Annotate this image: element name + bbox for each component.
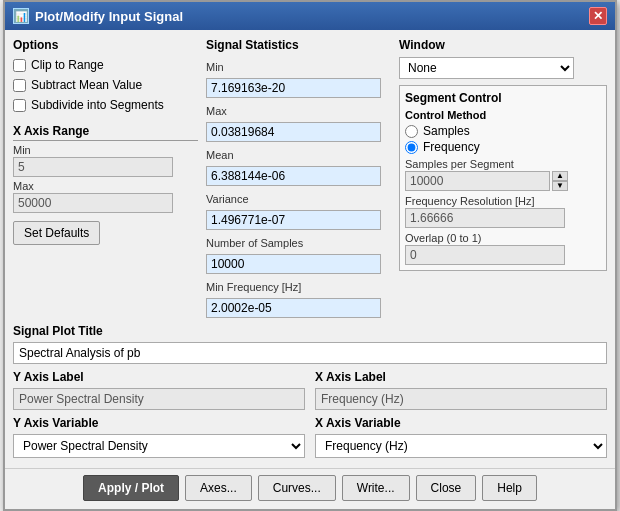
stat-max-label: Max: [206, 105, 391, 117]
xrange-min-label: Min: [13, 144, 198, 156]
signal-plot-title-input[interactable]: [13, 342, 607, 364]
samples-per-seg-input[interactable]: [405, 171, 550, 191]
stat-numsamples-input[interactable]: [206, 254, 381, 274]
top-section: Options Clip to Range Subtract Mean Valu…: [13, 38, 607, 318]
xrange-min-input[interactable]: [13, 157, 173, 177]
signal-stats-title: Signal Statistics: [206, 38, 391, 52]
x-axis-label-input[interactable]: [315, 388, 607, 410]
samples-up-btn[interactable]: ▲: [552, 171, 568, 181]
button-bar: Apply / Plot Axes... Curves... Write... …: [5, 468, 615, 509]
frequency-radio-label: Frequency: [423, 140, 480, 154]
x-axis-var-select[interactable]: Frequency (Hz) Period (s): [315, 434, 607, 458]
curves-button[interactable]: Curves...: [258, 475, 336, 501]
axes-button[interactable]: Axes...: [185, 475, 252, 501]
stat-minfreq-label: Min Frequency [Hz]: [206, 281, 391, 293]
y-axis-label-input[interactable]: [13, 388, 305, 410]
signal-plot-title-section: Signal Plot Title: [13, 324, 607, 364]
clip-to-range-row[interactable]: Clip to Range: [13, 58, 198, 72]
close-icon[interactable]: ✕: [589, 7, 607, 25]
xrange-max-label: Max: [13, 180, 198, 192]
overlap-label: Overlap (0 to 1): [405, 232, 601, 244]
stat-min-input[interactable]: [206, 78, 381, 98]
signal-plot-title-label: Signal Plot Title: [13, 324, 607, 338]
y-axis-var-select[interactable]: Power Spectral Density Amplitude Phase: [13, 434, 305, 458]
stat-max-input[interactable]: [206, 122, 381, 142]
apply-plot-button[interactable]: Apply / Plot: [83, 475, 179, 501]
samples-radio[interactable]: [405, 125, 418, 138]
axis-variables-row: Y Axis Variable Power Spectral Density A…: [13, 416, 607, 458]
x-axis-range-panel: X Axis Range Min Max Set Defaults: [13, 124, 198, 245]
stat-variance-label: Variance: [206, 193, 391, 205]
control-method-label: Control Method: [405, 109, 601, 121]
y-axis-var-title: Y Axis Variable: [13, 416, 305, 430]
samples-per-seg-label: Samples per Segment: [405, 158, 601, 170]
stat-variance-input[interactable]: [206, 210, 381, 230]
window-select[interactable]: None Hanning Hamming Blackman Flat Top: [399, 57, 574, 79]
frequency-radio-row[interactable]: Frequency: [405, 140, 601, 154]
segment-control-title: Segment Control: [405, 91, 601, 105]
stat-mean-label: Mean: [206, 149, 391, 161]
dialog: 📊 Plot/Modify Input Signal ✕ Options Cli…: [3, 0, 617, 511]
freq-resolution-input[interactable]: [405, 208, 565, 228]
dialog-title: Plot/Modify Input Signal: [35, 9, 183, 24]
close-button[interactable]: Close: [416, 475, 477, 501]
set-defaults-button[interactable]: Set Defaults: [13, 221, 100, 245]
stat-minfreq-input[interactable]: [206, 298, 381, 318]
options-panel: Options Clip to Range Subtract Mean Valu…: [13, 38, 198, 318]
samples-down-btn[interactable]: ▼: [552, 181, 568, 191]
y-axis-label-title: Y Axis Label: [13, 370, 305, 384]
y-axis-var-col: Y Axis Variable Power Spectral Density A…: [13, 416, 305, 458]
axis-labels-row: Y Axis Label X Axis Label: [13, 370, 607, 410]
content-area: Options Clip to Range Subtract Mean Valu…: [5, 30, 615, 466]
overlap-input[interactable]: [405, 245, 565, 265]
samples-radio-label: Samples: [423, 124, 470, 138]
help-button[interactable]: Help: [482, 475, 537, 501]
x-axis-var-col: X Axis Variable Frequency (Hz) Period (s…: [315, 416, 607, 458]
window-segment-panel: Window None Hanning Hamming Blackman Fla…: [399, 38, 607, 318]
frequency-radio[interactable]: [405, 141, 418, 154]
samples-per-seg-row: ▲ ▼: [405, 170, 601, 191]
dialog-icon: 📊: [13, 8, 29, 24]
clip-to-range-checkbox[interactable]: [13, 59, 26, 72]
write-button[interactable]: Write...: [342, 475, 410, 501]
window-title: Window: [399, 38, 607, 52]
stat-mean-input[interactable]: [206, 166, 381, 186]
signal-stats-panel: Signal Statistics Min Max Mean Variance …: [206, 38, 391, 318]
segment-control-panel: Segment Control Control Method Samples F…: [399, 85, 607, 271]
x-axis-var-title: X Axis Variable: [315, 416, 607, 430]
xrange-max-input[interactable]: [13, 193, 173, 213]
subdivide-label: Subdivide into Segments: [31, 98, 164, 112]
freq-resolution-label: Frequency Resolution [Hz]: [405, 195, 601, 207]
subdivide-checkbox[interactable]: [13, 99, 26, 112]
subdivide-row[interactable]: Subdivide into Segments: [13, 98, 198, 112]
x-axis-label-title: X Axis Label: [315, 370, 607, 384]
subtract-mean-checkbox[interactable]: [13, 79, 26, 92]
stat-min-label: Min: [206, 61, 391, 73]
stat-numsamples-label: Number of Samples: [206, 237, 391, 249]
options-title: Options: [13, 38, 198, 52]
clip-to-range-label: Clip to Range: [31, 58, 104, 72]
subtract-mean-row[interactable]: Subtract Mean Value: [13, 78, 198, 92]
y-axis-label-col: Y Axis Label: [13, 370, 305, 410]
title-bar: 📊 Plot/Modify Input Signal ✕: [5, 2, 615, 30]
window-section: Window None Hanning Hamming Blackman Fla…: [399, 38, 607, 79]
x-axis-range-title: X Axis Range: [13, 124, 198, 141]
subtract-mean-label: Subtract Mean Value: [31, 78, 142, 92]
x-axis-label-col: X Axis Label: [315, 370, 607, 410]
samples-radio-row[interactable]: Samples: [405, 124, 601, 138]
samples-spinner[interactable]: ▲ ▼: [552, 171, 568, 191]
